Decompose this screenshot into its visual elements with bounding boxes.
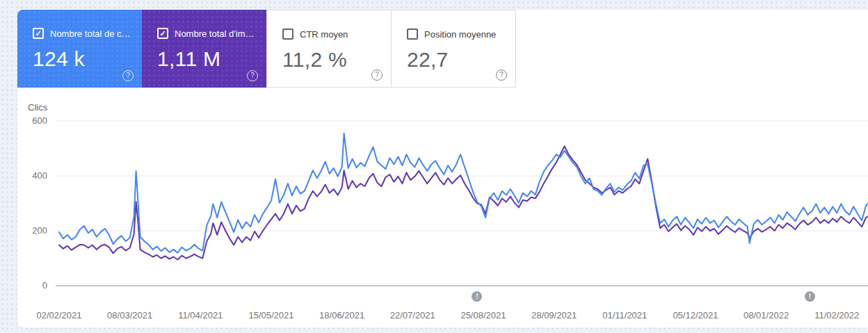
card-total-clicks[interactable]: ✓ Nombre total de c… 124 k ? (17, 10, 142, 88)
card-value: 124 k (33, 47, 142, 71)
help-icon[interactable]: ? (122, 70, 134, 81)
card-average-ctr[interactable]: CTR moyen 11,2 % ? (266, 10, 392, 88)
card-value: 11,2 % (282, 48, 391, 72)
card-label: CTR moyen (300, 29, 348, 40)
performance-panel: ✓ Nombre total de c… 124 k ? ✓ Nombre to… (17, 10, 868, 327)
card-label: Nombre total d'im… (175, 29, 254, 39)
help-icon[interactable]: ? (496, 70, 507, 81)
help-icon[interactable]: ? (247, 70, 258, 81)
card-value: 22,7 (407, 48, 515, 72)
card-total-impressions[interactable]: ✓ Nombre total d'im… 1,11 M ? (142, 10, 266, 88)
metric-cards-row: ✓ Nombre total de c… 124 k ? ✓ Nombre to… (17, 10, 868, 88)
annotation-marker-icon[interactable]: ! (805, 291, 815, 302)
checkbox-total-impressions[interactable]: ✓ (157, 28, 168, 39)
checkbox-average-ctr[interactable] (282, 29, 294, 40)
checkbox-average-position[interactable] (407, 29, 418, 40)
card-label: Position moyenne (424, 29, 496, 40)
card-average-position[interactable]: Position moyenne 22,7 ? (392, 10, 516, 88)
search-console-performance-page: { "colors": { "clicks_blue": "#4285f4", … (0, 0, 868, 333)
card-label: Nombre total de c… (50, 29, 131, 39)
help-icon[interactable]: ? (371, 70, 383, 81)
card-value: 1,11 M (157, 47, 266, 71)
checkbox-total-clicks[interactable]: ✓ (33, 28, 44, 39)
